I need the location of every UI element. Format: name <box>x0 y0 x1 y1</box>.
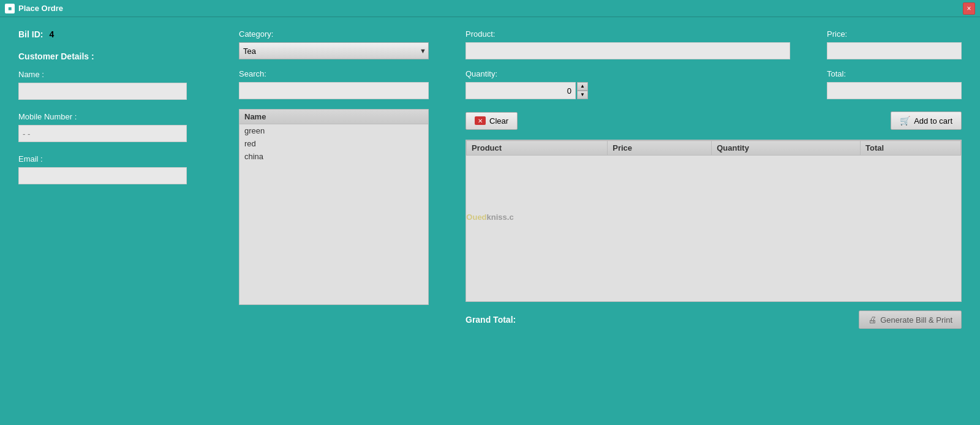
name-label: Name : <box>18 70 214 79</box>
cart-table: Product Price Quantity Total <box>466 140 961 156</box>
quantity-down-button[interactable]: ▼ <box>577 91 588 99</box>
category-select-wrapper: Tea Coffee Juice ▼ <box>239 42 429 59</box>
col-product: Product <box>467 141 608 156</box>
product-label: Product: <box>466 29 790 39</box>
generate-bill-button[interactable]: 🖨 Generate Bill & Print <box>859 310 962 329</box>
mobile-input[interactable] <box>18 125 187 142</box>
grand-total-label: Grand Total: <box>466 315 516 325</box>
search-input[interactable] <box>239 82 429 99</box>
cart-icon: 🛒 <box>900 116 910 126</box>
title-bar-left: ■ Place Ordre <box>5 4 63 13</box>
col-price: Price <box>608 141 712 156</box>
category-select[interactable]: Tea Coffee Juice <box>239 42 429 59</box>
left-panel: Bil ID: 4 Customer Details : Name : Mobi… <box>18 29 214 413</box>
list-item[interactable]: china <box>239 150 428 163</box>
add-to-cart-label: Add to cart <box>914 116 952 126</box>
product-section: Product: <box>466 29 790 59</box>
price-input[interactable] <box>827 42 962 59</box>
total-section: Total: <box>827 69 962 99</box>
price-section: Price: <box>827 29 962 59</box>
product-input[interactable] <box>466 42 790 59</box>
list-item[interactable]: red <box>239 137 428 150</box>
name-input[interactable] <box>18 83 187 100</box>
window-title: Place Ordre <box>18 4 63 13</box>
quantity-label: Quantity: <box>466 69 790 78</box>
col-quantity: Quantity <box>712 141 861 156</box>
grand-total-row: Grand Total: 🖨 Generate Bill & Print <box>466 310 962 329</box>
close-button[interactable]: × <box>963 2 975 15</box>
clear-icon: ✕ <box>475 116 486 125</box>
right-panel: Product: Price: Quantity: ▲ ▼ <box>466 29 962 413</box>
category-group: Category: Tea Coffee Juice ▼ <box>239 29 441 59</box>
bill-id-value: 4 <box>49 29 54 39</box>
generate-label: Generate Bill & Print <box>880 315 952 325</box>
clear-button[interactable]: ✕ Clear <box>466 112 518 130</box>
quantity-input[interactable] <box>466 82 576 99</box>
clear-label: Clear <box>489 116 508 126</box>
mobile-label: Mobile Number : <box>18 112 214 121</box>
quantity-spinner: ▲ ▼ <box>577 82 588 99</box>
action-row: ✕ Clear 🛒 Add to cart <box>466 111 962 130</box>
quantity-up-button[interactable]: ▲ <box>577 82 588 91</box>
total-label: Total: <box>827 69 962 78</box>
quantity-total-row: Quantity: ▲ ▼ Total: <box>466 69 962 99</box>
list-header: Name <box>239 110 428 124</box>
product-price-row: Product: Price: <box>466 29 962 59</box>
total-input[interactable] <box>827 82 962 99</box>
quantity-input-wrapper: ▲ ▼ <box>466 82 790 99</box>
bill-id-label: Bil ID: <box>18 29 43 39</box>
product-list[interactable]: Name green red china <box>239 109 429 305</box>
price-label: Price: <box>827 29 962 39</box>
search-label: Search: <box>239 69 441 78</box>
bill-id-row: Bil ID: 4 <box>18 29 214 39</box>
email-input[interactable] <box>18 167 187 184</box>
email-label: Email : <box>18 154 214 164</box>
category-label: Category: <box>239 29 441 39</box>
printer-icon: 🖨 <box>868 315 876 325</box>
quantity-section: Quantity: ▲ ▼ <box>466 69 790 99</box>
app-icon: ■ <box>5 4 15 13</box>
col-total: Total <box>861 141 961 156</box>
customer-details-label: Customer Details : <box>18 51 214 61</box>
cart-table-container: Product Price Quantity Total <box>466 140 962 302</box>
middle-panel: Category: Tea Coffee Juice ▼ Search: Nam… <box>239 29 441 413</box>
main-content: Bil ID: 4 Customer Details : Name : Mobi… <box>0 17 980 425</box>
title-bar: ■ Place Ordre × <box>0 0 980 17</box>
add-to-cart-button[interactable]: 🛒 Add to cart <box>891 111 962 130</box>
list-item[interactable]: green <box>239 124 428 137</box>
